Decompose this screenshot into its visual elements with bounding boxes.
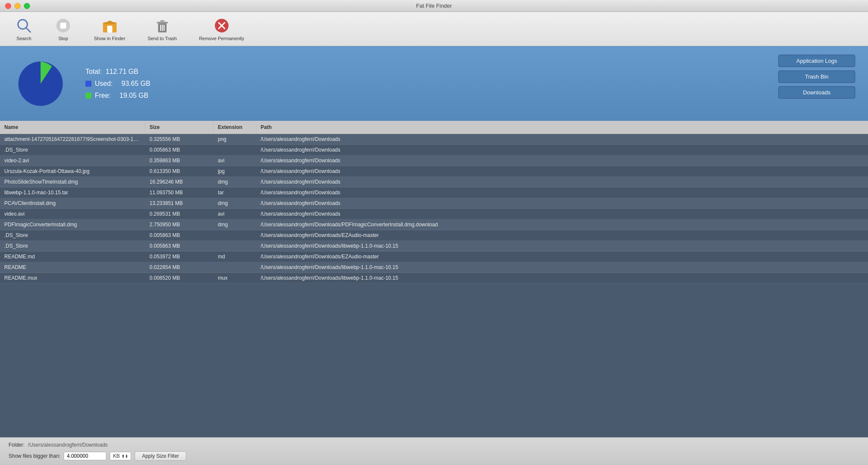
application-logs-button[interactable]: Application Logs bbox=[778, 55, 855, 67]
remove-permanently-icon bbox=[213, 17, 230, 34]
used-disk-row: Used: 93.65 GB bbox=[85, 80, 150, 88]
cell-size: 11.093750 MB bbox=[145, 187, 214, 198]
table-row[interactable]: README.mux0.008520 MBmux/Users/alessandr… bbox=[0, 273, 868, 284]
free-disk-row: Free: 19.05 GB bbox=[85, 92, 150, 99]
minimize-button[interactable] bbox=[15, 3, 21, 9]
stop-toolbar-item[interactable]: Stop bbox=[48, 14, 79, 44]
cell-size: 2.750950 MB bbox=[145, 219, 214, 230]
stop-label: Stop bbox=[59, 36, 68, 41]
disk-info: Total: 112.71 GB Used: 93.65 GB Free: 19… bbox=[85, 68, 150, 99]
table-row[interactable]: video.avi0.269531 MBavi/Users/alessandro… bbox=[0, 209, 868, 219]
cell-name: README.mux bbox=[0, 273, 145, 283]
col-extension: Extension bbox=[214, 123, 256, 132]
cell-size: 0.005863 MB bbox=[145, 230, 214, 240]
apply-filter-button[interactable]: Apply Size Filter bbox=[135, 451, 186, 461]
maximize-button[interactable] bbox=[24, 3, 30, 9]
disk-usage-chart bbox=[13, 56, 68, 111]
cell-name: .DS_Store bbox=[0, 241, 145, 251]
cell-extension bbox=[214, 241, 256, 251]
table-row[interactable]: .DS_Store0.005863 MB/Users/alessandrogfe… bbox=[0, 145, 868, 155]
cell-name: Urszula-Kozak-Portrait-Ottawa-40.jpg bbox=[0, 166, 145, 176]
free-legend-dot bbox=[85, 93, 91, 99]
cell-extension bbox=[214, 145, 256, 155]
table-body[interactable]: attachment-1472705164722281677!9Screensh… bbox=[0, 134, 868, 437]
cell-path: /Users/alessandrogferri/Downloads bbox=[256, 177, 868, 187]
table-row[interactable]: README0.022854 MB/Users/alessandrogferri… bbox=[0, 262, 868, 273]
main-content: Total: 112.71 GB Used: 93.65 GB Free: 19… bbox=[0, 46, 868, 465]
file-table: Name Size Extension Path attachment-1472… bbox=[0, 121, 868, 437]
cell-extension: mux bbox=[214, 273, 256, 283]
send-to-trash-toolbar-item[interactable]: Send to Trash bbox=[141, 14, 184, 44]
table-row[interactable]: attachment-1472705164722281677!9Screensh… bbox=[0, 134, 868, 145]
cell-extension bbox=[214, 230, 256, 240]
search-toolbar-item[interactable]: Search bbox=[9, 14, 39, 44]
table-row[interactable]: PCAVClientInstall.dmg13.233851 MBdmg/Use… bbox=[0, 198, 868, 209]
cell-path: /Users/alessandrogferri/Downloads/EZAudi… bbox=[256, 252, 868, 262]
cell-size: 16.296246 MB bbox=[145, 177, 214, 187]
cell-extension: avi bbox=[214, 155, 256, 166]
svg-rect-5 bbox=[107, 26, 112, 32]
window-title: Fat File Finder bbox=[416, 3, 452, 9]
close-button[interactable] bbox=[5, 3, 11, 9]
cell-name: .DS_Store bbox=[0, 145, 145, 155]
size-filter-input[interactable] bbox=[64, 452, 106, 460]
table-row[interactable]: PDFImagicConverterInstall.dmg2.750950 MB… bbox=[0, 219, 868, 230]
svg-line-1 bbox=[26, 28, 30, 32]
trash-bin-button[interactable]: Trash Bin bbox=[778, 70, 855, 83]
cell-extension: md bbox=[214, 252, 256, 262]
show-in-finder-toolbar-item[interactable]: Show in Finder bbox=[87, 14, 132, 44]
total-label: Total: bbox=[85, 68, 102, 75]
cell-extension bbox=[214, 262, 256, 272]
cell-path: /Users/alessandrogferri/Downloads bbox=[256, 134, 868, 144]
cell-name: README bbox=[0, 262, 145, 272]
cell-path: /Users/alessandrogferri/Downloads bbox=[256, 166, 868, 176]
cell-size: 13.233851 MB bbox=[145, 198, 214, 208]
cell-size: 0.008520 MB bbox=[145, 273, 214, 283]
cell-path: /Users/alessandrogferri/Downloads/libweb… bbox=[256, 241, 868, 251]
free-label: Free: bbox=[95, 92, 111, 99]
cell-extension: avi bbox=[214, 209, 256, 219]
show-in-finder-icon bbox=[101, 17, 118, 34]
svg-rect-8 bbox=[160, 20, 164, 22]
table-row[interactable]: .DS_Store0.005863 MB/Users/alessandrogfe… bbox=[0, 230, 868, 241]
table-row[interactable]: Urszula-Kozak-Portrait-Ottawa-40.jpg0.61… bbox=[0, 166, 868, 177]
title-bar: Fat File Finder bbox=[0, 0, 868, 12]
table-row[interactable]: README.md0.053972 MBmd/Users/alessandrog… bbox=[0, 252, 868, 262]
used-label: Used: bbox=[95, 80, 113, 88]
unit-label: KB bbox=[113, 453, 120, 459]
cell-extension: jpg bbox=[214, 166, 256, 176]
table-row[interactable]: video-2.avi0.359863 MBavi/Users/alessand… bbox=[0, 155, 868, 166]
col-path: Path bbox=[256, 123, 868, 132]
total-disk-row: Total: 112.71 GB bbox=[85, 68, 150, 76]
cell-size: 0.005863 MB bbox=[145, 241, 214, 251]
used-legend-dot bbox=[85, 81, 91, 87]
size-filter-label: Show files bigger than: bbox=[9, 453, 60, 459]
cell-size: 0.053972 MB bbox=[145, 252, 214, 262]
used-value: 93.65 GB bbox=[121, 80, 150, 88]
toolbar: Search Stop Show in Finder bbox=[0, 12, 868, 46]
cell-name: README.md bbox=[0, 252, 145, 262]
table-row[interactable]: .DS_Store0.005863 MB/Users/alessandrogfe… bbox=[0, 241, 868, 252]
cell-path: /Users/alessandrogferri/Downloads bbox=[256, 155, 868, 166]
table-row[interactable]: libwebp-1.1.0-mac-10.15.tar11.093750 MBt… bbox=[0, 187, 868, 198]
free-value: 19.05 GB bbox=[120, 92, 149, 99]
table-header: Name Size Extension Path bbox=[0, 121, 868, 134]
total-value: 112.71 GB bbox=[106, 68, 138, 75]
cell-name: .DS_Store bbox=[0, 230, 145, 240]
show-in-finder-label: Show in Finder bbox=[94, 36, 125, 41]
cell-path: /Users/alessandrogferri/Downloads/PDFIma… bbox=[256, 219, 868, 230]
cell-path: /Users/alessandrogferri/Downloads bbox=[256, 209, 868, 219]
folder-value: /Users/alessandrogferri/Downloads bbox=[28, 442, 108, 448]
downloads-button[interactable]: Downloads bbox=[778, 86, 855, 99]
unit-selector[interactable]: KB ⬆⬇ bbox=[110, 452, 131, 460]
info-bar: Total: 112.71 GB Used: 93.65 GB Free: 19… bbox=[0, 46, 868, 121]
remove-permanently-label: Remove Permanently bbox=[199, 36, 244, 41]
unit-chevron-icon: ⬆⬇ bbox=[121, 454, 128, 459]
col-name: Name bbox=[0, 123, 145, 132]
search-icon bbox=[15, 17, 32, 34]
table-row[interactable]: PhotoSlideShowTimeInstall.dmg16.296246 M… bbox=[0, 177, 868, 187]
cell-path: /Users/alessandrogferri/Downloads bbox=[256, 145, 868, 155]
remove-permanently-toolbar-item[interactable]: Remove Permanently bbox=[192, 14, 251, 44]
cell-extension: tar bbox=[214, 187, 256, 198]
cell-size: 0.022854 MB bbox=[145, 262, 214, 272]
